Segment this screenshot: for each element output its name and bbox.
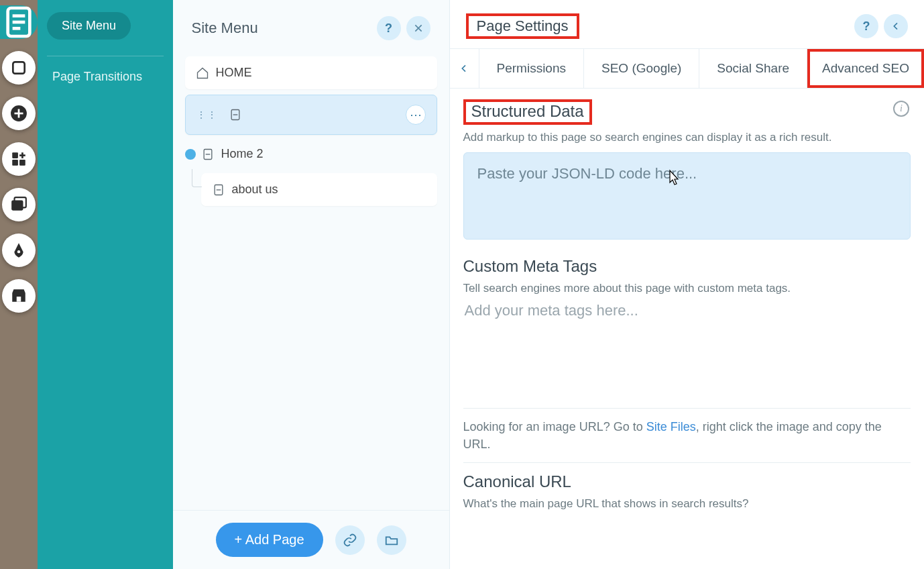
svg-rect-16 (17, 297, 21, 302)
grid-plus-icon (10, 150, 27, 168)
page-icon (229, 108, 242, 121)
svg-rect-8 (12, 152, 18, 158)
sidebar-site-menu-pill[interactable]: Site Menu (47, 12, 131, 40)
close-icon (413, 23, 424, 34)
rail-active-chip[interactable] (0, 5, 38, 39)
custom-meta-desc: Tell search engines more about this page… (463, 281, 911, 297)
rail-apps-button[interactable] (2, 142, 36, 176)
chevron-left-icon (890, 21, 901, 32)
settings-title-highlight: Page Settings (466, 13, 579, 39)
page-label: Home 2 (221, 147, 264, 161)
page-label: about us (232, 183, 278, 197)
sidebar-page-transitions[interactable]: Page Transitions (47, 66, 164, 88)
page-row-home[interactable]: HOME (185, 56, 437, 89)
store-icon (10, 287, 27, 305)
tabs-back-button[interactable] (450, 49, 479, 88)
chevron-left-icon (459, 63, 469, 74)
page-more-button[interactable]: ⋯ (406, 105, 426, 125)
rail-pen-button[interactable] (2, 234, 36, 267)
page-icon (201, 148, 215, 161)
add-page-button[interactable]: + Add Page (216, 523, 323, 557)
settings-body: i Structured Data Add markup to this pag… (450, 89, 924, 569)
settings-help-button[interactable]: ? (854, 14, 878, 38)
left-icon-rail (0, 0, 38, 569)
collapse-toggle-icon[interactable] (185, 149, 196, 160)
settings-header: Page Settings ? (450, 0, 924, 48)
rail-bookings-button[interactable] (2, 279, 36, 313)
page-row-about[interactable]: about us (201, 173, 437, 206)
image-url-hint: Looking for an image URL? Go to Site Fil… (463, 418, 911, 453)
settings-title: Page Settings (477, 17, 569, 35)
json-ld-textarea[interactable] (463, 152, 911, 240)
teal-sidebar: Site Menu Page Transitions (38, 0, 173, 569)
folder-button[interactable] (377, 525, 406, 555)
rail-background-button[interactable] (2, 51, 36, 85)
page-row-selected[interactable]: ⋮⋮ ⋯ (185, 95, 437, 135)
divider (47, 56, 164, 56)
pages-icon (0, 3, 38, 41)
divider (463, 408, 911, 409)
tab-advanced-seo[interactable]: Advanced SEO (807, 49, 924, 88)
section-custom-meta: Custom Meta Tags Tell search engines mor… (463, 257, 911, 393)
tab-social-share[interactable]: Social Share (699, 49, 807, 88)
rail-media-button[interactable] (2, 188, 36, 221)
meta-tags-textarea[interactable] (463, 297, 911, 391)
site-menu-title: Site Menu (192, 19, 371, 37)
canonical-desc: What's the main page URL that shows in s… (463, 497, 911, 512)
square-icon (10, 59, 27, 76)
folder-icon (384, 533, 399, 548)
close-button[interactable] (406, 16, 430, 40)
svg-point-15 (17, 250, 20, 253)
info-icon[interactable]: i (893, 101, 909, 117)
tab-seo-google[interactable]: SEO (Google) (584, 49, 699, 88)
page-row-home2[interactable]: Home 2 (185, 140, 437, 168)
settings-tabs: Permissions SEO (Google) Social Share Ad… (450, 48, 924, 89)
settings-back-circ-button[interactable] (884, 14, 908, 38)
canonical-title: Canonical URL (463, 472, 911, 491)
svg-rect-9 (19, 160, 25, 166)
svg-rect-13 (11, 201, 23, 211)
structured-data-title-highlight: Structured Data (463, 99, 592, 125)
pen-icon (10, 242, 27, 259)
page-label: HOME (216, 66, 252, 80)
structured-data-title: Structured Data (471, 102, 584, 120)
hint-pre: Looking for an image URL? Go to (463, 420, 646, 433)
link-icon (343, 533, 357, 548)
home-icon (196, 66, 209, 80)
plus-icon (10, 105, 27, 122)
section-structured-data: Structured Data Add markup to this page … (463, 99, 911, 242)
rail-add-button[interactable] (2, 97, 36, 130)
site-menu-header: Site Menu ? (173, 0, 449, 51)
divider (463, 462, 911, 463)
page-icon (212, 183, 225, 197)
custom-meta-title: Custom Meta Tags (463, 257, 911, 276)
page-tree: HOME ⋮⋮ ⋯ Home 2 (173, 51, 449, 510)
tab-permissions[interactable]: Permissions (479, 49, 584, 88)
page-settings-panel: Page Settings ? Permissions SEO (Google)… (450, 0, 924, 569)
site-menu-panel: Site Menu ? HOME ⋮⋮ (173, 0, 450, 569)
link-button[interactable] (335, 525, 365, 555)
drag-handle-icon[interactable]: ⋮⋮ (196, 109, 218, 120)
svg-rect-4 (13, 62, 24, 73)
help-button[interactable]: ? (377, 16, 401, 40)
site-menu-footer: + Add Page (173, 510, 449, 569)
section-canonical: Canonical URL What's the main page URL t… (463, 472, 911, 512)
structured-data-desc: Add markup to this page so search engine… (463, 130, 911, 146)
site-files-link[interactable]: Site Files (646, 420, 696, 433)
svg-rect-10 (12, 160, 18, 166)
media-icon (10, 196, 27, 213)
